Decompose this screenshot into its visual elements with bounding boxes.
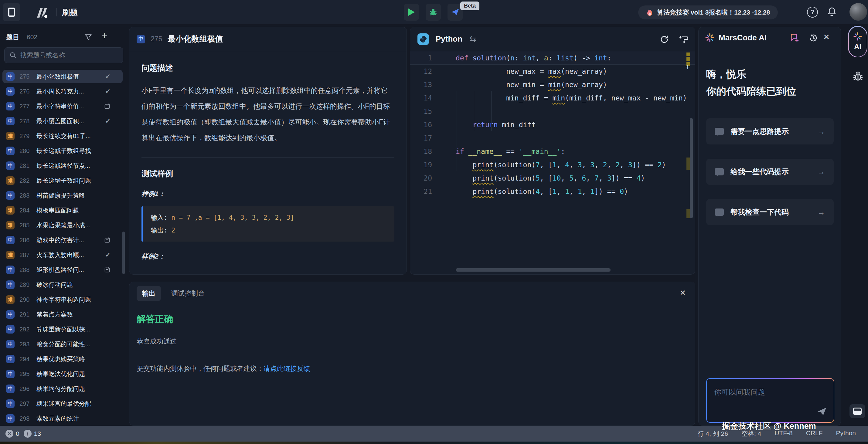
indent-guide (457, 91, 457, 171)
code-line[interactable]: 15 (410, 105, 695, 118)
problem-list-item[interactable]: 中298素数元素的统计 (2, 412, 123, 425)
editor-vertical-scrollbar[interactable] (690, 118, 693, 218)
add-problem-button[interactable]: + (101, 30, 107, 41)
history-icon (808, 33, 818, 43)
send-button[interactable] (817, 406, 827, 417)
contest-banner[interactable]: 算法竞技赛 vol1 3报名啦！12.23 -12.28 (638, 5, 778, 20)
history-button[interactable] (808, 33, 818, 43)
code-line[interactable]: 20 print(solution(5, [10, 5, 6, 7, 3]) =… (410, 171, 695, 185)
activity-debug-tab[interactable] (852, 70, 863, 82)
problem-list-item[interactable]: 中293粮食分配的可能性... (2, 338, 123, 351)
solved-check-icon: ✓ (105, 251, 111, 259)
ai-panel-title: MarsCode AI (719, 33, 767, 42)
marscode-logo-icon[interactable] (36, 7, 49, 18)
problem-list-item[interactable]: 难287火车驶入驶出顺...✓ (2, 248, 123, 262)
problem-list-item[interactable]: 中280最长递减子数组寻找 (2, 144, 123, 158)
problem-number: 287 (20, 252, 33, 259)
filter-button[interactable] (84, 33, 92, 41)
line-number: 1 (410, 51, 440, 64)
problem-list-item[interactable]: 难279最长连续交替01子... (2, 129, 123, 142)
toggle-panel-button[interactable] (849, 404, 865, 418)
problem-list-item[interactable]: 难284模板串匹配问题 (2, 203, 123, 217)
sample-output-value: 2 (171, 227, 175, 234)
ai-suggestion-label: 帮我检查一下代码 (731, 207, 789, 217)
close-icon[interactable]: ✕ (680, 289, 686, 297)
code-line[interactable]: 12 new_max = max(new_array) (410, 65, 695, 78)
language-switch-icon[interactable]: ⇆ (470, 34, 476, 44)
problem-list-item[interactable]: 难282最长递增子数组问题 (2, 174, 123, 187)
ai-suggestion-card[interactable]: 需要一点思路提示→ (706, 118, 834, 145)
reset-code-button[interactable] (660, 35, 669, 44)
result-status: 解答正确 (136, 313, 695, 325)
problem-list-item[interactable]: 中276最小周长巧克力...✓ (2, 85, 123, 98)
difficulty-badge: 中 (6, 355, 14, 363)
code-token: , (569, 161, 578, 169)
problem-number: 275 (20, 73, 33, 80)
problem-list-item[interactable]: 中297糖果迷宫的最优分配 (2, 397, 123, 410)
notifications-button[interactable] (827, 7, 837, 17)
code-token: (new_array) (561, 67, 607, 75)
help-button[interactable]: ? (807, 7, 818, 18)
note-icon (104, 266, 111, 273)
sticky-code-line[interactable]: 1def solution(n: int, a: list) -> int: (410, 51, 695, 65)
search-input[interactable]: 搜索题号或名称 (4, 47, 123, 63)
problem-list-item[interactable]: 中277最小字符串价值... (2, 99, 123, 113)
tab-debug-console[interactable]: 调试控制台 (171, 289, 205, 298)
ai-tab-label: AI (854, 42, 861, 51)
contest-banner-text: 算法竞技赛 vol1 3报名啦！12.23 -12.28 (657, 8, 770, 17)
code-line[interactable]: 13 new_min = min(new_array) (410, 78, 695, 91)
code-token: , (574, 174, 582, 182)
problem-list-item[interactable]: 中289破冰行动问题 (2, 278, 123, 291)
problem-list-item[interactable]: 中283树苗健康提升策略 (2, 189, 123, 202)
problem-list-item[interactable]: 中291禁着点方案数 (2, 308, 123, 321)
problem-list-item[interactable]: 中281最长递减路径节点... (2, 159, 123, 172)
code-text: if __name__ == '__main__': (456, 145, 565, 158)
sample-output-label: 输出: (151, 227, 171, 234)
code-line[interactable]: 18if __name__ == '__main__': (410, 145, 695, 158)
code-line[interactable]: 21 print(solution(4, [1, 1, 1, 1]) == 0) (410, 185, 695, 198)
feedback-line: 提交功能内测体验中，任何问题或者建议：请点此链接反馈 (136, 364, 695, 373)
new-chat-button[interactable] (790, 33, 799, 43)
ai-suggestion-label: 需要一点思路提示 (731, 127, 789, 136)
problem-number: 297 (20, 400, 33, 407)
close-icon[interactable]: ✕ (823, 32, 830, 42)
editor-horizontal-scrollbar[interactable] (456, 268, 611, 272)
problem-list-item[interactable]: 中292算珠重新分配以获... (2, 323, 123, 336)
problem-list-item[interactable]: 中296糖果均匀分配问题 (2, 382, 123, 395)
language-mode[interactable]: Python (836, 430, 856, 438)
line-number: 18 (410, 145, 440, 158)
panel-layout-icon (853, 408, 862, 415)
problem-list-item[interactable]: 中294糖果优惠购买策略 (2, 352, 123, 366)
add-line-icon[interactable]: + (685, 62, 690, 72)
code-token: min_diff (498, 121, 535, 129)
problem-list-item[interactable]: 难290神奇字符串构造问题 (2, 293, 123, 306)
ai-suggestion-card[interactable]: 给我一些代码提示→ (706, 159, 834, 185)
problem-list-item[interactable]: 中286游戏中的伤害计... (2, 233, 123, 247)
code-line[interactable]: 19 print(solution(7, [1, 4, 3, 3, 2, 2, … (410, 158, 695, 171)
run-button[interactable] (404, 4, 419, 21)
code-line[interactable]: 16 return min_diff (410, 118, 695, 131)
ai-question-input[interactable]: 你可以问我问题 (707, 379, 834, 422)
difficulty-badge: 中 (6, 325, 14, 334)
sidebar-toggle-button[interactable] (3, 3, 20, 21)
user-avatar[interactable] (849, 3, 867, 21)
activity-ai-tab[interactable]: AI (848, 26, 867, 57)
problem-list-item[interactable]: 中295糖果吃法优化问题 (2, 367, 123, 381)
code-line[interactable]: 14 min_diff = min(min_diff, new_max - ne… (410, 91, 695, 105)
code-token: 1 (553, 188, 557, 195)
tab-output[interactable]: 输出 (136, 286, 161, 301)
code-line[interactable]: 17 (410, 131, 695, 145)
format-code-button[interactable] (679, 35, 689, 44)
warnings-icon: ! (24, 430, 32, 438)
feedback-link[interactable]: 请点此链接反馈 (264, 365, 310, 372)
ai-suggestion-card[interactable]: 帮我检查一下代码→ (706, 199, 834, 225)
problem-list-item[interactable]: 中288矩形棋盘路径问... (2, 263, 123, 277)
problem-list-item[interactable]: 中275最小化数组极值✓ (2, 70, 123, 83)
sidebar-scrollbar[interactable] (122, 231, 125, 274)
problems-status[interactable]: ✕ 0 ! 13 (5, 430, 45, 438)
editor-header: Python ⇆ (410, 27, 695, 51)
debug-button[interactable] (426, 4, 441, 21)
problem-list-item[interactable]: 中278最小覆盖圆面积...✓ (2, 115, 123, 128)
problem-list-item[interactable]: 难285水果店果篮最小成... (2, 219, 123, 232)
code-editor[interactable]: 1def solution(n: int, a: list) -> int:12… (410, 51, 695, 275)
